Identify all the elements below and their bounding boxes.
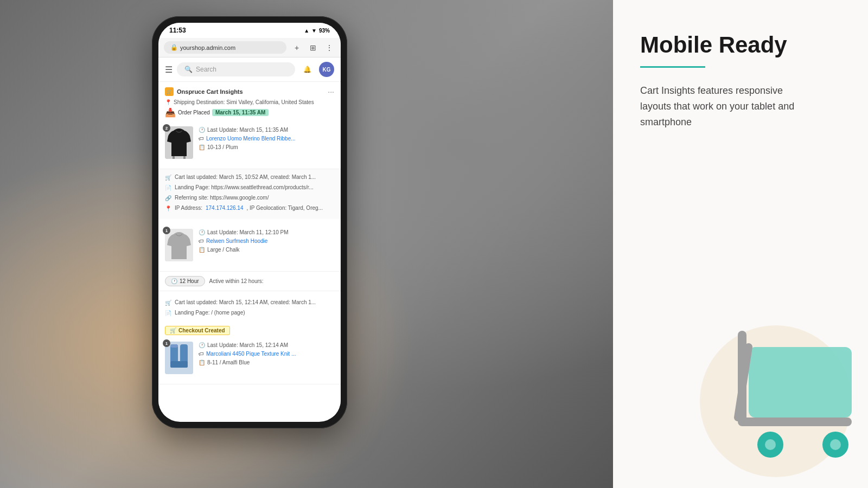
cart-updated-text: Cart last updated: March 15, 10:52 AM, c… [175,174,316,181]
product-image-svg [165,126,193,159]
svg-rect-7 [170,344,178,348]
title-underline [640,66,705,68]
shop-name: Onspruce Cart Insights [177,88,243,95]
right-panel: Mobile Ready Cart Insights features resp… [613,0,868,488]
svg-point-14 [765,439,776,450]
product-details-2: 🕐 Last Update: March 11, 12:10 PM 🏷 Relw… [199,229,334,255]
status-time: 11:53 [169,27,186,34]
product-thumb-wrapper-3: 1 [165,342,193,374]
checkout-icon: 🛒 [170,328,176,333]
url-text: yourshop.admin.com [180,44,235,51]
browser-chrome: 🔒 yourshop.admin.com + ⊞ ⋮ [158,38,341,57]
variant-text-2: Large / Chalk [207,246,239,254]
svg-rect-4 [165,342,193,374]
product-item-1: 2 [165,126,334,159]
tabs-button[interactable]: ⊞ [307,42,319,54]
shop-icon-glyph: 🛒 [167,89,172,94]
product-link-3[interactable]: Marcoliani 4450 Pique Texture Knit ... [206,350,296,358]
product-qty-badge-2: 1 [163,227,170,234]
signal-icon: ▼ [311,28,317,34]
search-icon: 🔍 [184,66,193,73]
order-icon: 📥 [165,107,176,118]
search-input[interactable]: 🔍 Search [177,62,295,76]
cart-svg [705,314,868,466]
svg-rect-1 [173,156,175,159]
variant-row-2: 📋 Large / Chalk [199,246,334,254]
cart3-meta: 🛒 Cart last updated: March 15, 12:14 AM,… [165,297,334,324]
cart3-landing-text: Landing Page: / (home page) [175,309,245,317]
order-placed-badge: 📥 Order Placed March 15, 11:35 AM [165,107,269,118]
phone-inner: 11:53 ▲ ▼ 93% 🔒 yourshop.admin.com + ⊞ [158,23,341,422]
product-thumb-wrapper-2: 1 [165,229,193,261]
variant-row-1: 📋 10-13 / Plum [199,144,334,151]
cart-more-button[interactable]: ··· [328,87,334,96]
last-update-text-2: Last Update: March 11, 12:10 PM [207,229,289,236]
avatar-initials: KG [323,67,331,73]
clock-icon: 🕐 [199,126,205,134]
ip-link[interactable]: 174.174.126.14 [206,204,244,212]
product-qty-badge: 2 [163,124,170,132]
filter-label: 12 Hour [180,278,199,284]
notification-button[interactable]: 🔔 [299,62,315,77]
search-bar: ☰ 🔍 Search 🔔 KG [158,57,341,82]
lock-icon: 🔒 [170,44,178,51]
cart-header: 🛒 Onspruce Cart Insights ··· [165,87,334,96]
panel-title: Mobile Ready [640,33,841,57]
clock-icon-filter: 🕐 [171,278,177,284]
menu-button[interactable]: ⋮ [323,42,335,54]
product-details-3: 🕐 Last Update: March 15, 12:14 AM 🏷 Marc… [199,342,334,368]
checkout-text: Checkout Created [178,328,225,333]
phone-container: 11:53 ▲ ▼ 93% 🔒 yourshop.admin.com + ⊞ [152,16,347,428]
svg-rect-10 [749,347,852,418]
variant-icon-2: 📋 [199,246,205,254]
shipping-text: Shipping Destination: Simi Valley, Calif… [174,99,314,105]
variant-row-3: 📋 8-11 / Amalfi Blue [199,359,334,367]
product-thumbnail-3 [165,342,193,374]
last-update-text-1: Last Update: March 15, 11:35 AM [207,126,288,134]
new-tab-button[interactable]: + [291,42,303,54]
svg-rect-9 [180,361,188,368]
product-thumb-wrapper: 2 [165,126,193,159]
shipping-destination: 📍 Shipping Destination: Simi Valley, Cal… [165,99,334,105]
referring-text: Referring site: https://www.google.com/ [175,194,269,202]
shop-icon: 🛒 [165,87,174,96]
product-qty-badge-3: 1 [163,339,170,347]
variant-text-1: 10-13 / Plum [207,144,238,151]
svg-rect-8 [180,344,188,363]
clock-icon-2: 🕐 [199,229,205,236]
cart-entry-2-product: 1 [158,219,341,272]
cart3-updated-text: Cart last updated: March 15, 12:14 AM, c… [175,299,316,306]
url-bar[interactable]: 🔒 yourshop.admin.com [164,41,286,54]
left-panel: 11:53 ▲ ▼ 93% 🔒 yourshop.admin.com + ⊞ [0,0,613,488]
socks-image-svg [165,342,193,374]
hamburger-icon[interactable]: ☰ [165,65,173,75]
tag-icon: 🏷 [199,135,204,143]
last-update-text-3: Last Update: March 15, 12:14 AM [207,342,288,349]
search-placeholder: Search [196,66,216,73]
cart-entry-1: 🛒 Onspruce Cart Insights ··· 📍 Shipping … [158,82,341,169]
cart-header-left: 🛒 Onspruce Cart Insights [165,87,243,96]
status-icons: ▲ ▼ 93% [304,28,330,34]
ip-icon: 📍 [165,205,171,213]
filter-row: 🕐 12 Hour Active within 12 hours: [158,272,341,291]
referring-icon: 🔗 [165,195,171,202]
tag-icon-3: 🏷 [199,350,204,358]
tag-icon-2: 🏷 [199,237,204,245]
product-item-2: 1 [165,229,334,261]
product-thumbnail-2 [165,229,193,261]
product-link-2[interactable]: Relwen Surfmesh Hoodie [206,237,267,245]
cart-entry-3: 🛒 Cart last updated: March 15, 12:14 AM,… [158,291,341,384]
cart-meta-1: 🛒 Cart last updated: March 15, 10:52 AM,… [158,169,341,219]
filter-badge[interactable]: 🕐 12 Hour [165,276,205,286]
product-link-1[interactable]: Lorenzo Uomo Merino Blend Ribbe... [206,135,296,143]
product-name-row-2: 🏷 Relwen Surfmesh Hoodie [199,237,334,245]
last-update-row-2: 🕐 Last Update: March 11, 12:10 PM [199,229,334,236]
variant-text-3: 8-11 / Amalfi Blue [207,359,250,367]
last-update-row-3: 🕐 Last Update: March 15, 12:14 AM [199,342,334,349]
checkout-badge: 🛒 Checkout Created [165,326,230,335]
avatar-button[interactable]: KG [319,62,334,77]
cart3-icon: 🛒 [165,299,171,307]
meta-cart-updated: 🛒 Cart last updated: March 15, 10:52 AM,… [165,174,334,182]
ip-geo-text: , IP Geolocation: Tigard, Oreg... [246,204,322,212]
landing-page-text: Landing Page: https://www.seattlethread.… [175,184,314,191]
